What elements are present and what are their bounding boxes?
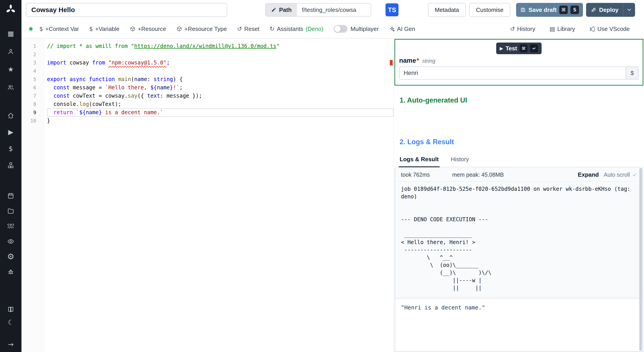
name-field-input[interactable]	[399, 67, 639, 80]
deploy-button[interactable]: Deploy	[586, 3, 623, 17]
scrollbar-thumb[interactable]	[639, 168, 642, 351]
sidebar-item-schedules[interactable]	[0, 190, 22, 202]
rocket-icon	[590, 7, 596, 13]
toggle-knob	[334, 26, 340, 32]
assistants-button[interactable]: ↻Assistants(Deno)	[270, 26, 323, 33]
sidebar-item-theme[interactable]: ☾	[0, 317, 22, 328]
add-resource-button[interactable]: +Resource	[130, 26, 166, 33]
sidebar-item-apps[interactable]: ▦	[0, 28, 22, 39]
sidebar: ▦ ★ ▶ $ ⚙ ☾ →	[0, 0, 22, 352]
sidebar-item-workers[interactable]	[0, 266, 22, 278]
insert-var-button[interactable]: $	[626, 67, 639, 80]
eye-icon	[7, 238, 14, 245]
sidebar-item-docs[interactable]	[0, 304, 22, 315]
path-button[interactable]: Path f/testing_roles/cowsa	[265, 3, 371, 17]
arrow-right-icon: →	[8, 341, 14, 348]
add-resource-type-button[interactable]: +Resource Type	[176, 26, 227, 33]
deploy-chevron-button[interactable]	[623, 3, 635, 17]
bug-icon	[7, 268, 14, 275]
gutter: 12345678910	[22, 39, 45, 352]
required-mark: *	[416, 57, 419, 64]
folder-icon	[7, 207, 14, 215]
code-lines[interactable]: // import * as wmill from "https://deno.…	[45, 39, 394, 352]
home-icon	[7, 112, 14, 119]
metadata-button[interactable]: Metadata	[428, 3, 466, 17]
user-group-icon	[7, 223, 14, 230]
path-label: Path	[279, 7, 292, 14]
history-icon: ↺	[510, 26, 515, 32]
history-button[interactable]: ↺History	[510, 26, 535, 33]
reset-icon: ↺	[237, 26, 242, 32]
sidebar-item-audit[interactable]	[0, 236, 22, 247]
error-marker-icon	[390, 60, 393, 65]
duration-label: took 762ms	[401, 171, 430, 178]
script-name-input[interactable]	[26, 3, 227, 17]
sidebar-item-favorites[interactable]: ★	[0, 64, 22, 75]
preview-panel: ▶ Test ⌘ ↵ name * string $	[394, 39, 644, 352]
save-draft-label: Save draft	[528, 7, 557, 14]
deploy-label: Deploy	[599, 7, 618, 14]
reset-button[interactable]: ↺Reset	[237, 26, 260, 33]
library-button[interactable]: ▤Library	[550, 26, 575, 33]
customise-button[interactable]: Customise	[469, 3, 510, 17]
user-icon	[7, 48, 14, 55]
refresh-icon: ↻	[270, 26, 274, 32]
add-variable-button[interactable]: $+Variable	[89, 26, 120, 33]
ai-gen-button[interactable]: AI Gen	[389, 26, 415, 33]
log-output: job 0189d64f-812b-525e-f020-652bd9da1100…	[395, 182, 643, 298]
tab-history[interactable]: History	[450, 154, 470, 167]
book-icon	[7, 306, 14, 313]
editor-toolbar: $+Context Var $+Variable +Resource +Reso…	[22, 20, 644, 39]
play-icon: ▶	[500, 46, 503, 51]
path-value[interactable]: f/testing_roles/cowsa	[297, 4, 371, 16]
result-tabs: Logs & Result History	[395, 154, 643, 167]
app-window-icon: ▦	[8, 30, 14, 37]
typescript-badge: TS	[386, 3, 398, 16]
multiplayer-toggle[interactable]	[334, 25, 348, 33]
status-dot-icon	[29, 27, 33, 31]
sidebar-collapse-button[interactable]: →	[0, 338, 22, 350]
gear-icon: ⚙	[7, 253, 14, 261]
log-panel: took 762ms mem peak: 45.08MB Expand Auto…	[395, 167, 643, 298]
sidebar-item-home[interactable]	[0, 110, 22, 121]
sidebar-item-user[interactable]	[0, 46, 22, 57]
save-draft-button[interactable]: Save draft ⌘ S	[516, 3, 583, 17]
code-editor[interactable]: 12345678910 // import * as wmill from "h…	[22, 39, 394, 352]
logs-result-panel: took 762ms mem peak: 45.08MB Expand Auto…	[395, 167, 643, 352]
sidebar-item-runs[interactable]: ▶	[0, 126, 22, 138]
dollar-icon: $	[8, 145, 13, 152]
path-edit-segment[interactable]: Path	[266, 4, 297, 16]
check-icon[interactable]: ✓	[632, 172, 637, 178]
s-key-icon: S	[570, 6, 579, 14]
test-button[interactable]: ▶ Test ⌘ ↵	[496, 43, 542, 54]
add-context-var-button[interactable]: $+Context Var	[39, 26, 79, 33]
windmill-logo-icon	[5, 3, 16, 16]
users-icon	[7, 84, 14, 91]
dollar-icon: $	[89, 26, 93, 32]
multiplayer-label: Multiplayer	[350, 26, 379, 33]
sidebar-item-groups[interactable]	[0, 220, 22, 232]
enter-key-icon: ↵	[530, 44, 538, 52]
vscode-button[interactable]: Use VScode	[589, 26, 630, 33]
topbar: Path f/testing_roles/cowsa TS Metadata C…	[22, 0, 644, 20]
assistants-lang-label: (Deno)	[306, 26, 323, 33]
library-icon: ▤	[550, 26, 555, 32]
app-root: ▦ ★ ▶ $ ⚙ ☾ →	[0, 0, 644, 352]
sparkle-icon	[389, 26, 395, 32]
save-icon	[520, 7, 526, 13]
package-icon	[176, 26, 182, 32]
chevron-down-icon	[626, 7, 632, 13]
sidebar-item-resources[interactable]	[0, 159, 22, 171]
sidebar-item-variables[interactable]: $	[0, 143, 22, 154]
sidebar-item-folders[interactable]	[0, 205, 22, 217]
vscode-icon	[589, 26, 595, 32]
dollar-icon: $	[39, 26, 43, 32]
expand-button[interactable]: Expand	[578, 171, 599, 178]
calendar-icon	[7, 192, 14, 199]
sidebar-item-users[interactable]	[0, 82, 22, 93]
star-icon: ★	[8, 66, 14, 73]
tab-logs-result[interactable]: Logs & Result	[399, 154, 440, 167]
autoscroll-label: Auto scroll	[604, 171, 630, 178]
sidebar-item-settings[interactable]: ⚙	[0, 251, 22, 262]
section-logs-result: 2. Logs & Result	[400, 138, 644, 146]
